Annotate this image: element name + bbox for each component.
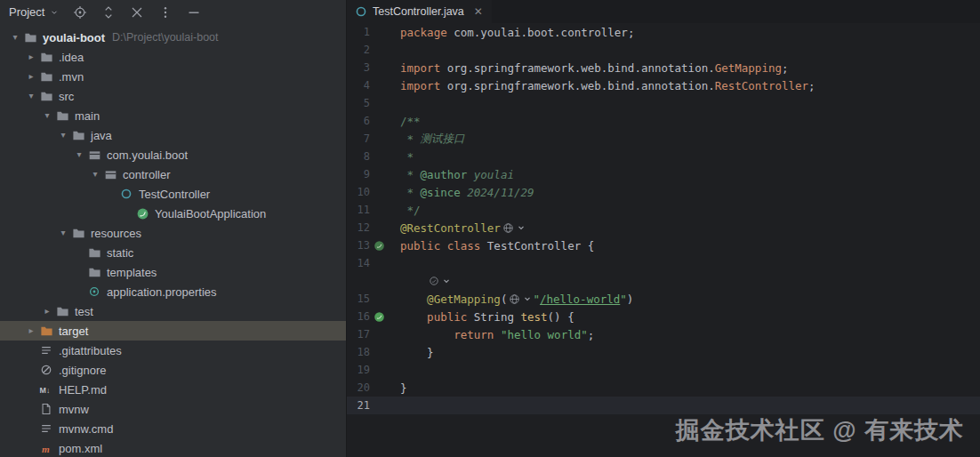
chevron-down-icon[interactable]: [518, 224, 525, 231]
tree-item-application-properties[interactable]: application.properties: [0, 282, 346, 301]
code-line: 16 public String test() {: [347, 308, 980, 325]
tree-item-src[interactable]: ▾src: [0, 86, 346, 106]
folder-icon: [55, 108, 69, 123]
tree-item-label: main: [75, 109, 100, 123]
tree-item-static[interactable]: static: [0, 243, 346, 262]
chevron-down-icon[interactable]: ▾: [39, 111, 55, 120]
line-number[interactable]: 11: [347, 204, 370, 216]
line-number[interactable]: 1: [347, 26, 370, 38]
chevron-down-icon[interactable]: ▾: [87, 170, 103, 179]
ignore-icon: [39, 363, 53, 377]
line-number[interactable]: 9: [347, 168, 370, 180]
tree-item-main[interactable]: ▾main: [0, 106, 346, 125]
tree-item-label: static: [107, 246, 133, 260]
tree-item-controller[interactable]: ▾controller: [0, 164, 346, 184]
locate-target-icon[interactable]: [73, 5, 87, 20]
chevron-down-icon[interactable]: [49, 5, 59, 20]
line-number[interactable]: 8: [347, 150, 370, 163]
watermark-text: 掘金技术社区 @ 有来技术: [676, 414, 964, 446]
tree-item-pom-xml[interactable]: mpom.xml: [0, 438, 346, 457]
code-text: /**: [388, 115, 421, 128]
tree-item-com-youlai-boot[interactable]: ▾com.youlai.boot: [0, 145, 346, 164]
chevron-right-icon[interactable]: ▸: [23, 52, 39, 61]
tree-item-java[interactable]: ▾java: [0, 125, 346, 145]
code-line: 9 * @author youlai: [347, 165, 980, 183]
tree-item-gitignore[interactable]: .gitignore: [0, 360, 346, 380]
line-number[interactable]: 19: [347, 364, 370, 376]
tree-item-youlai-boot[interactable]: ▾youlai-bootD:\Project\youlai-boot: [0, 28, 346, 47]
bean-gutter-icon[interactable]: [370, 240, 388, 252]
chevron-down-icon[interactable]: ▾: [55, 228, 71, 237]
tree-item-mvnw[interactable]: mvnw: [0, 399, 346, 419]
line-number[interactable]: 17: [347, 328, 370, 341]
line-number[interactable]: 21: [347, 399, 370, 412]
project-panel-header: Project: [0, 0, 346, 24]
line-number[interactable]: 18: [347, 346, 370, 358]
tree-item-help-md[interactable]: M↓HELP.md: [0, 380, 346, 399]
chevron-down-icon[interactable]: ▾: [71, 150, 87, 159]
tree-item-idea[interactable]: ▸.idea: [0, 47, 346, 67]
tab-close-icon[interactable]: ✕: [474, 6, 483, 17]
line-number[interactable]: 16: [347, 310, 370, 323]
folder-icon: [87, 265, 101, 279]
code-line: 10 * @since 2024/11/29: [347, 183, 980, 201]
maven-icon: m: [39, 441, 53, 455]
chevron-down-icon[interactable]: ▾: [23, 92, 39, 100]
tree-item-mvnw-cmd[interactable]: mvnw.cmd: [0, 419, 346, 438]
folder-icon: [71, 226, 85, 240]
editor-tab-testcontroller[interactable]: TestController.java ✕: [347, 0, 492, 23]
hide-panel-icon[interactable]: [187, 5, 201, 20]
project-panel-title[interactable]: Project: [9, 5, 44, 19]
line-number[interactable]: 3: [347, 61, 370, 74]
tree-item-gitattributes[interactable]: .gitattributes: [0, 341, 346, 360]
line-number[interactable]: 4: [347, 79, 370, 92]
code-line: 13public class TestController {: [347, 237, 980, 254]
code-line: 11 */: [347, 201, 980, 219]
tree-item-test[interactable]: ▸test: [0, 301, 346, 321]
tree-item-label: .gitattributes: [59, 344, 122, 357]
collapse-all-icon[interactable]: [130, 5, 144, 20]
tree-item-mvn[interactable]: ▸.mvn: [0, 67, 346, 86]
folder-icon: [23, 30, 37, 44]
line-number[interactable]: 13: [347, 239, 370, 252]
chevron-down-icon[interactable]: ▾: [55, 131, 71, 140]
tree-item-youlaibootapplication[interactable]: YoulaiBootApplication: [0, 204, 346, 223]
tree-item-templates[interactable]: templates: [0, 262, 346, 282]
line-number[interactable]: 12: [347, 221, 370, 234]
code-line: 7 * 测试接口: [347, 130, 980, 148]
line-number[interactable]: 2: [347, 44, 370, 56]
line-number[interactable]: 10: [347, 186, 370, 198]
code-line: 12@RestController: [347, 219, 980, 237]
globe-icon[interactable]: [509, 293, 520, 305]
line-number[interactable]: 20: [347, 381, 370, 394]
springinlay-icon[interactable]: [429, 276, 439, 286]
chevron-down-icon[interactable]: [443, 277, 450, 285]
line-number[interactable]: 6: [347, 115, 370, 127]
chevron-right-icon[interactable]: ▸: [23, 326, 39, 335]
package-icon: [103, 167, 117, 181]
tree-item-target[interactable]: ▸target: [0, 321, 346, 341]
line-number[interactable]: 5: [347, 97, 370, 109]
tree-item-label: YoulaiBootApplication: [155, 207, 266, 220]
project-tree[interactable]: ▾youlai-bootD:\Project\youlai-boot▸.idea…: [0, 24, 346, 457]
chevron-right-icon[interactable]: ▸: [23, 72, 39, 81]
endpoint-gutter-icon[interactable]: [370, 311, 388, 323]
tree-item-label: templates: [107, 266, 157, 279]
globe-icon[interactable]: [502, 222, 514, 234]
code-line: 21: [347, 397, 980, 414]
code-line: 19: [347, 361, 980, 379]
code-area[interactable]: 1package com.youlai.boot.controller;23im…: [347, 23, 980, 457]
sort-updown-icon[interactable]: [101, 5, 116, 20]
tree-item-resources[interactable]: ▾resources: [0, 223, 346, 243]
line-number[interactable]: 14: [347, 257, 370, 269]
more-options-icon[interactable]: [158, 5, 173, 20]
chevron-down-icon[interactable]: [524, 295, 531, 302]
tab-label: TestController.java: [373, 5, 464, 18]
line-number[interactable]: 7: [347, 132, 370, 145]
tree-item-label: mvnw: [59, 403, 89, 416]
line-number[interactable]: 15: [347, 293, 370, 305]
chevron-right-icon[interactable]: ▸: [39, 307, 55, 316]
java-class-icon: [355, 5, 367, 18]
chevron-down-icon[interactable]: ▾: [7, 33, 23, 42]
tree-item-testcontroller[interactable]: TestController: [0, 184, 346, 204]
